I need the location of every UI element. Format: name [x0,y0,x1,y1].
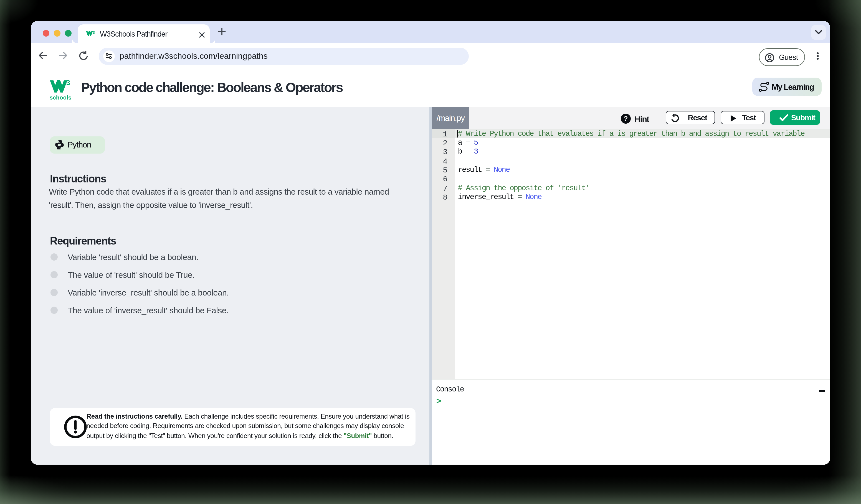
svg-text:3: 3 [66,79,70,87]
svg-text:?: ? [624,115,628,122]
svg-text:3: 3 [93,30,95,34]
svg-text:schools: schools [50,95,71,101]
